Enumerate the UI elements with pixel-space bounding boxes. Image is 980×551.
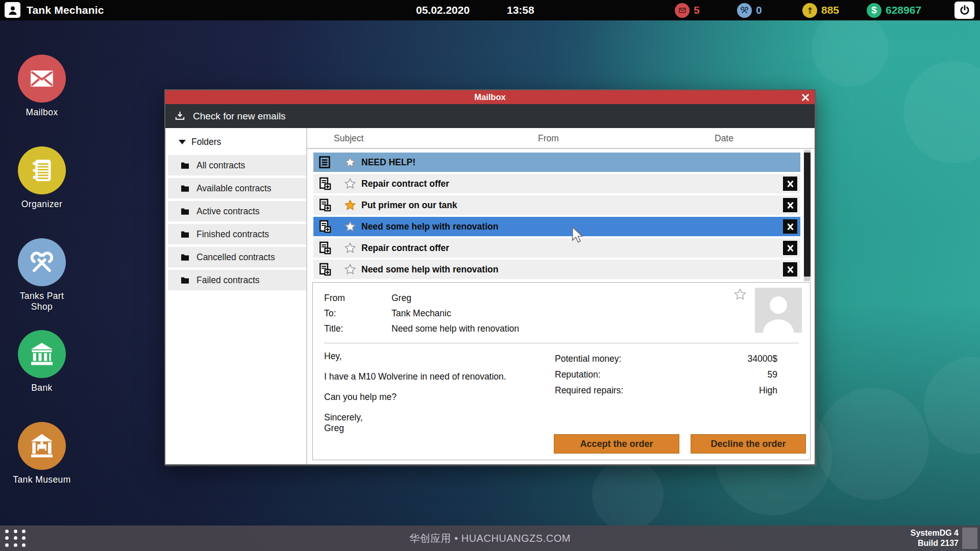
sender-avatar bbox=[755, 288, 802, 333]
system-name: SystemDG 4 bbox=[911, 528, 959, 538]
rank-up-icon bbox=[802, 3, 817, 18]
delete-email-button[interactable] bbox=[783, 177, 797, 191]
delete-email-button[interactable] bbox=[783, 262, 797, 277]
folder-label: Finished contracts bbox=[197, 229, 269, 240]
list-scrollbar[interactable] bbox=[804, 150, 811, 281]
decline-order-button[interactable]: Decline the order bbox=[691, 434, 806, 454]
x-icon bbox=[786, 201, 795, 210]
delete-email-button[interactable] bbox=[783, 241, 797, 255]
check-mail-icon[interactable] bbox=[174, 110, 186, 122]
mail-row[interactable]: NEED HELP! bbox=[313, 153, 800, 172]
folder-icon bbox=[180, 276, 190, 285]
x-icon bbox=[786, 265, 795, 274]
folder-item[interactable]: Failed contracts bbox=[168, 270, 306, 290]
email-detail-panel: From Greg To: Tank Mechanic Title: Need … bbox=[312, 282, 811, 460]
email-subject: Repair contract offer bbox=[361, 238, 449, 258]
email-body-paragraph: Sincerely, Greg bbox=[324, 412, 555, 434]
meta-value: 59 bbox=[768, 367, 777, 383]
folder-label: Available contracts bbox=[197, 183, 272, 194]
x-icon bbox=[786, 244, 795, 253]
column-from: From bbox=[538, 128, 559, 149]
crossed-wrenches-icon bbox=[28, 248, 56, 277]
email-body-paragraph: Can you help me? bbox=[324, 392, 555, 403]
folder-icon bbox=[180, 184, 190, 193]
email-subject: Need some help with renovation bbox=[361, 260, 498, 279]
repairs-count: 0 bbox=[756, 4, 762, 16]
desktop-icon-mailbox[interactable]: Mailbox bbox=[9, 55, 75, 118]
star-icon[interactable] bbox=[344, 263, 356, 276]
folder-item[interactable]: All contracts bbox=[168, 155, 306, 176]
desktop-icon-tank-museum[interactable]: Tank Museum bbox=[9, 422, 75, 485]
email-subject: Need some help with renovation bbox=[361, 217, 498, 236]
meta-label: Required repairs: bbox=[555, 383, 623, 398]
window-title: Mailbox bbox=[474, 92, 505, 102]
desktop-icon-label: Tank Museum bbox=[9, 474, 75, 485]
star-icon[interactable] bbox=[344, 242, 356, 254]
folder-item[interactable]: Available contracts bbox=[168, 178, 306, 198]
desktop-icon-bank[interactable]: Bank bbox=[9, 330, 75, 393]
taskbar-edge-panel bbox=[962, 528, 977, 549]
mail-list: NEED HELP! bbox=[307, 149, 815, 281]
notebook-icon bbox=[28, 156, 56, 185]
title-value: Need some help with renovation bbox=[391, 321, 519, 336]
folder-item[interactable]: Finished contracts bbox=[168, 224, 306, 244]
window-titlebar[interactable]: Mailbox bbox=[165, 90, 815, 104]
meta-label: Reputation: bbox=[555, 367, 601, 383]
desktop-icon-tanks-part-shop[interactable]: Tanks Part Shop bbox=[9, 238, 75, 312]
to-label: To: bbox=[324, 306, 391, 321]
email-type-icon bbox=[317, 198, 332, 212]
desktop-background: Tank Mechanic 05.02.2020 13:58 5 0 bbox=[0, 0, 980, 551]
folder-item[interactable]: Cancelled contracts bbox=[168, 247, 306, 267]
build-number: Build 2137 bbox=[911, 538, 959, 548]
museum-icon bbox=[28, 432, 56, 460]
star-icon[interactable] bbox=[344, 220, 356, 233]
delete-email-button[interactable] bbox=[783, 198, 797, 212]
close-window-button[interactable] bbox=[799, 91, 812, 104]
mail-row[interactable]: Need some help with renovation bbox=[313, 217, 800, 236]
desktop-icon-label: Mailbox bbox=[9, 107, 75, 118]
check-mail-button[interactable]: Check for new emails bbox=[193, 111, 286, 122]
money-count: 628967 bbox=[886, 4, 921, 16]
user-profile-button[interactable] bbox=[5, 2, 20, 18]
meta-row: Required repairs: High bbox=[555, 383, 777, 398]
detail-divider bbox=[324, 342, 799, 344]
desktop-icon-label: Bank bbox=[9, 383, 75, 393]
desktop-icon-organizer[interactable]: Organizer bbox=[9, 146, 75, 210]
star-icon[interactable] bbox=[344, 199, 356, 211]
folder-label: Failed contracts bbox=[197, 275, 260, 286]
star-icon[interactable] bbox=[344, 156, 356, 168]
accept-order-button[interactable]: Accept the order bbox=[554, 434, 679, 454]
bokeh-circle bbox=[592, 459, 664, 531]
meta-label: Potential money: bbox=[555, 351, 621, 367]
mail-row[interactable]: Repair contract offer bbox=[313, 174, 800, 193]
mail-row[interactable]: Put primer on our tank bbox=[313, 195, 800, 215]
x-icon bbox=[786, 180, 795, 188]
time-display: 13:58 bbox=[507, 0, 534, 20]
favorite-star-icon[interactable] bbox=[733, 288, 747, 301]
folders-sidebar: Folders All contracts Available co bbox=[165, 128, 307, 464]
reputation-counter: 885 bbox=[802, 0, 839, 20]
email-type-icon bbox=[317, 177, 332, 191]
folder-label: Cancelled contracts bbox=[197, 252, 275, 263]
bokeh-circle bbox=[924, 357, 980, 454]
email-subject: Repair contract offer bbox=[361, 174, 449, 193]
bokeh-circle bbox=[903, 61, 980, 163]
game-title: Tank Mechanic bbox=[27, 0, 104, 20]
delete-email-button[interactable] bbox=[783, 219, 797, 234]
folders-header[interactable]: Folders bbox=[165, 132, 306, 155]
email-body-paragraph: I have a M10 Wolverine in need of renova… bbox=[324, 371, 555, 382]
folder-icon bbox=[180, 161, 190, 170]
email-subject: Put primer on our tank bbox=[361, 195, 457, 215]
scrollbar-thumb[interactable] bbox=[804, 153, 811, 277]
star-icon[interactable] bbox=[344, 178, 356, 190]
email-type-icon bbox=[317, 241, 332, 255]
top-status-bar: Tank Mechanic 05.02.2020 13:58 5 0 bbox=[0, 0, 980, 20]
mail-row[interactable]: Repair contract offer bbox=[313, 238, 800, 258]
power-button[interactable] bbox=[954, 2, 974, 19]
x-icon bbox=[786, 222, 795, 231]
meta-row: Potential money: 34000$ bbox=[555, 351, 777, 367]
title-label: Title: bbox=[324, 321, 391, 336]
mail-row[interactable]: Need some help with renovation bbox=[313, 260, 800, 279]
folder-item[interactable]: Active contracts bbox=[168, 201, 306, 221]
folders-label: Folders bbox=[191, 137, 221, 147]
